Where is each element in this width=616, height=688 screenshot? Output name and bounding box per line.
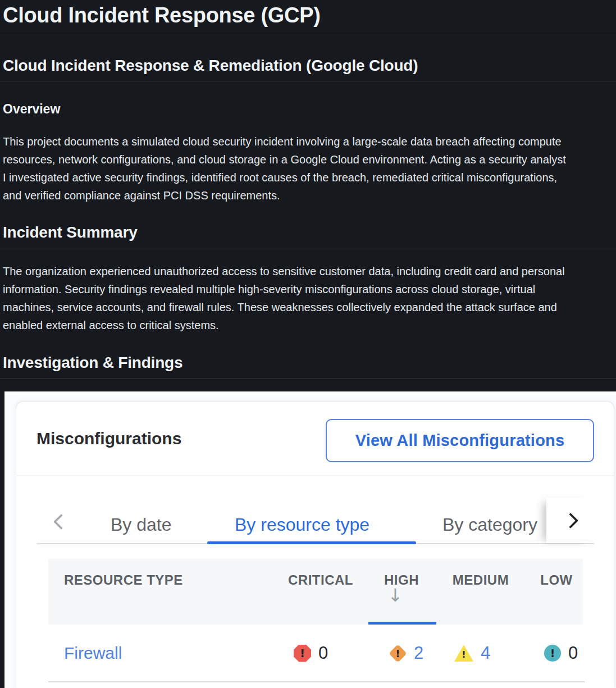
divider bbox=[0, 248, 616, 248]
divider bbox=[0, 81, 616, 81]
high-count-cell: ! 2 bbox=[389, 643, 423, 663]
paragraph-line: This project documents a simulated cloud… bbox=[3, 133, 616, 151]
incident-summary-heading: Incident Summary bbox=[3, 222, 616, 243]
tab-scroll-right-button[interactable] bbox=[546, 498, 595, 543]
paragraph-line: information. Security findings revealed … bbox=[3, 280, 616, 298]
high-count[interactable]: 2 bbox=[414, 643, 423, 663]
medium-count[interactable]: 4 bbox=[481, 643, 490, 663]
row-divider bbox=[48, 681, 585, 682]
tab-by-category[interactable]: By category bbox=[442, 513, 537, 536]
critical-octagon-icon: ! bbox=[294, 645, 311, 662]
divider bbox=[0, 378, 616, 379]
low-count-cell: ! 0 bbox=[544, 643, 578, 663]
embedded-screenshot-misconfigurations: Misconfigurations View All Misconfigurat… bbox=[4, 391, 616, 688]
critical-count: 0 bbox=[318, 643, 328, 663]
chevron-left-icon bbox=[53, 514, 69, 530]
sorted-column-indicator bbox=[368, 622, 436, 625]
paragraph-line: enabled external access to critical syst… bbox=[3, 316, 616, 334]
section-heading-main: Cloud Incident Response & Remediation (G… bbox=[3, 55, 616, 76]
overview-heading: Overview bbox=[3, 102, 616, 116]
tab-strip: By date By resource type By category bbox=[16, 476, 614, 545]
readme-document: Cloud Incident Response (GCP) Cloud Inci… bbox=[0, 0, 616, 688]
divider bbox=[0, 34, 616, 34]
high-diamond-icon: ! bbox=[389, 645, 407, 662]
active-tab-indicator bbox=[207, 541, 416, 544]
column-header-low[interactable]: LOW bbox=[540, 572, 572, 588]
column-header-critical[interactable]: CRITICAL bbox=[288, 572, 353, 588]
critical-count-cell: ! 0 bbox=[294, 643, 328, 663]
misconfigurations-panel: Misconfigurations View All Misconfigurat… bbox=[16, 401, 614, 688]
column-header-resource-type[interactable]: RESOURCE TYPE bbox=[64, 572, 183, 588]
paragraph-line: The organization experienced unauthorize… bbox=[3, 262, 616, 280]
low-count: 0 bbox=[568, 643, 578, 663]
incident-summary-paragraph: The organization experienced unauthorize… bbox=[3, 262, 616, 334]
paragraph-line: machines, service accounts, and firewall… bbox=[3, 298, 616, 316]
paragraph-line: resources, network configurations, and c… bbox=[3, 151, 616, 168]
sort-arrow-down-icon[interactable]: ↓ bbox=[388, 585, 403, 606]
chevron-right-icon bbox=[563, 512, 578, 528]
table-header-row: RESOURCE TYPE CRITICAL HIGH MEDIUM LOW ↓ bbox=[48, 559, 583, 625]
page-title: Cloud Incident Response (GCP) bbox=[3, 2, 616, 29]
medium-triangle-icon: ! bbox=[454, 645, 473, 662]
medium-count-cell: ! 4 bbox=[454, 643, 490, 663]
column-header-medium[interactable]: MEDIUM bbox=[453, 572, 509, 588]
investigation-findings-heading: Investigation & Findings bbox=[3, 352, 616, 373]
view-all-misconfigurations-button[interactable]: View All Misconfigurations bbox=[326, 419, 594, 462]
tab-by-resource-type[interactable]: By resource type bbox=[235, 513, 369, 536]
panel-title: Misconfigurations bbox=[36, 429, 181, 449]
tab-by-date[interactable]: By date bbox=[111, 513, 172, 536]
paragraph-line: and verified compliance against PCI DSS … bbox=[3, 186, 616, 204]
firewall-link[interactable]: Firewall bbox=[64, 643, 122, 663]
paragraph-line: I investigated active security findings,… bbox=[3, 168, 616, 186]
overview-paragraph: This project documents a simulated cloud… bbox=[3, 133, 616, 204]
low-circle-icon: ! bbox=[544, 645, 561, 662]
tab-scroll-left-button[interactable] bbox=[56, 516, 67, 527]
